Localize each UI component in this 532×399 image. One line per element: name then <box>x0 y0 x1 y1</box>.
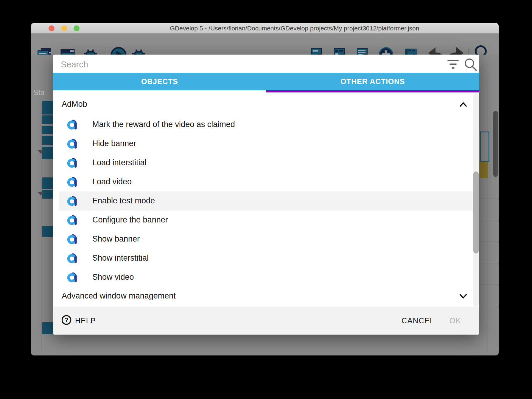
event-color-bar <box>42 322 53 334</box>
item-label: Show video <box>92 273 134 282</box>
list-item[interactable]: Configure the banner <box>59 211 473 230</box>
row-divider <box>479 263 499 263</box>
event-color-bar <box>42 136 53 145</box>
event-color-bar <box>42 115 53 124</box>
item-label: Load video <box>92 177 132 186</box>
events-column-divider <box>488 78 488 355</box>
section-header-admob[interactable]: AdMob <box>53 95 473 114</box>
dialog-tabbar: OBJECTS OTHER ACTIONS <box>53 73 479 90</box>
ok-button[interactable]: OK <box>445 316 466 325</box>
item-label: Load interstitial <box>92 158 147 167</box>
row-divider <box>479 199 499 199</box>
event-color-bar <box>42 226 53 237</box>
item-label: Configure the banner <box>92 215 168 225</box>
svg-text:?: ? <box>65 317 68 323</box>
dialog-scrollbar-thumb[interactable] <box>473 171 479 253</box>
list-item[interactable]: Show interstitial <box>59 249 473 268</box>
toolbar <box>31 33 499 55</box>
row-divider <box>479 306 499 306</box>
dialog-footer: ? HELP CANCEL OK <box>53 307 479 335</box>
chevron-down-icon[interactable] <box>460 293 467 299</box>
search-input[interactable] <box>60 58 437 71</box>
list-item[interactable]: Load interstitial <box>59 153 473 172</box>
row-divider <box>479 284 499 285</box>
item-label: Mark the reward of the video as claimed <box>92 120 235 129</box>
list-item[interactable]: Hide banner <box>59 134 473 153</box>
list-item[interactable]: Load video <box>59 172 473 191</box>
admob-icon <box>67 120 77 130</box>
window-title: GDevelop 5 - /Users/florian/Documents/GD… <box>102 23 487 33</box>
tab-other-actions[interactable]: OTHER ACTIONS <box>266 73 480 90</box>
instruction-selector-dialog: OBJECTS OTHER ACTIONS AdMob Mark the rew… <box>53 55 479 335</box>
screen: GDevelop 5 - /Users/florian/Documents/GD… <box>0 0 532 399</box>
row-divider <box>479 242 499 242</box>
list-item[interactable]: Mark the reward of the video as claimed <box>59 115 473 134</box>
close-window-button[interactable] <box>49 25 55 31</box>
minimize-window-button[interactable] <box>61 25 67 31</box>
section-label: Advanced window management <box>62 291 176 301</box>
admob-icon <box>67 158 77 168</box>
background-tab-label: Sta <box>33 88 45 97</box>
admob-icon <box>67 234 77 244</box>
item-label: Enable test mode <box>92 196 155 205</box>
selected-event-outline <box>480 132 489 162</box>
events-tree-line <box>41 108 41 355</box>
event-color-bar <box>42 101 53 115</box>
admob-icon <box>67 215 77 225</box>
item-label: Show banner <box>92 234 140 244</box>
cancel-button[interactable]: CANCEL <box>400 316 436 325</box>
search-icon[interactable] <box>463 58 478 71</box>
list-item[interactable]: Show video <box>59 268 473 287</box>
admob-icon <box>67 253 77 263</box>
event-color-bar <box>42 177 53 189</box>
admob-icon <box>67 139 77 149</box>
help-label: HELP <box>75 316 96 325</box>
collapse-triangle-icon <box>38 192 44 196</box>
help-icon: ? <box>61 315 71 325</box>
chevron-up-icon[interactable] <box>460 102 467 107</box>
title-bar: GDevelop 5 - /Users/florian/Documents/GD… <box>31 23 499 34</box>
highlighted-event-block <box>480 162 488 178</box>
admob-icon <box>67 272 77 282</box>
collapse-triangle-icon <box>38 150 44 154</box>
item-label: Hide banner <box>92 139 136 148</box>
section-header-advanced-window-management[interactable]: Advanced window management <box>53 287 473 306</box>
zoom-window-button[interactable] <box>74 25 80 31</box>
list-item-highlighted[interactable]: Enable test mode <box>59 191 473 211</box>
list-item[interactable]: Show banner <box>59 230 473 249</box>
admob-icon <box>67 196 77 206</box>
event-color-bar <box>42 126 53 134</box>
window-scrollbar-thumb[interactable] <box>493 111 498 177</box>
section-label: AdMob <box>62 100 87 109</box>
row-divider <box>479 220 499 220</box>
tab-objects[interactable]: OBJECTS <box>53 73 266 90</box>
item-label: Show interstitial <box>92 253 149 263</box>
active-tab-underline <box>266 90 479 92</box>
admob-icon <box>67 177 77 187</box>
